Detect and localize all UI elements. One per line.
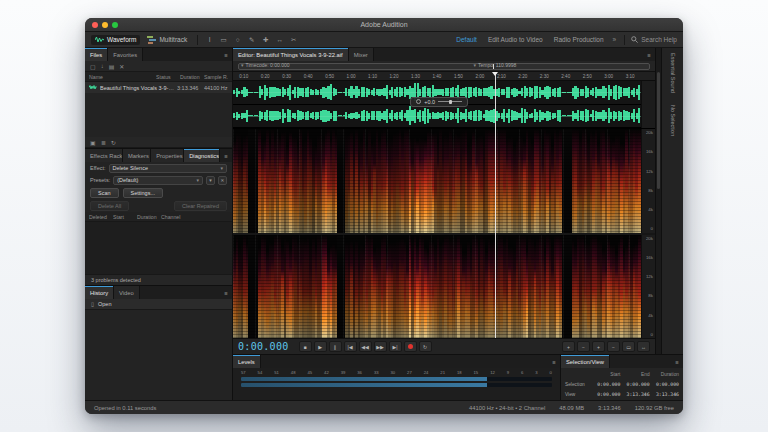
column-sample-rate[interactable]: Sample R... xyxy=(204,74,228,80)
paintbrush-selection-tool-icon[interactable]: ✎ xyxy=(246,34,257,45)
level-meter-left xyxy=(241,377,552,381)
column-start[interactable]: Start xyxy=(113,214,137,220)
insert-multitrack-icon[interactable]: ≣ xyxy=(101,139,106,146)
search-help-field[interactable]: Search Help xyxy=(631,36,677,43)
workspace-radio-production[interactable]: Radio Production xyxy=(550,36,608,43)
panel-menu-icon[interactable]: ≡ xyxy=(220,286,232,299)
save-preset-icon[interactable]: ▼ xyxy=(206,176,215,185)
tab-effects-rack[interactable]: Effects Rack xyxy=(85,149,123,162)
effect-select[interactable]: Delete Silence ▾ xyxy=(109,164,228,173)
panel-menu-icon[interactable]: ≡ xyxy=(220,48,232,61)
folder-icon[interactable]: ▤ xyxy=(109,63,115,70)
workspace-default[interactable]: Default xyxy=(452,36,481,43)
clear-repaired-button[interactable]: Clear Repaired xyxy=(174,201,227,211)
zoom-in-vertical-button[interactable]: + xyxy=(592,341,605,352)
lasso-selection-tool-icon[interactable]: ○ xyxy=(232,34,243,45)
marquee-selection-tool-icon[interactable]: ▭ xyxy=(218,34,229,45)
tab-fill xyxy=(374,48,643,61)
selection-end-value[interactable]: 0:00.000 xyxy=(620,382,649,387)
file-list-item[interactable]: Beautiful Things Vocals 3-9-22.aif 3:13.… xyxy=(85,82,232,93)
tab-favorites[interactable]: Favorites xyxy=(108,48,143,61)
selection-duration-value[interactable]: 0:00.000 xyxy=(650,382,679,387)
skip-to-start-button[interactable]: |◀ xyxy=(344,341,357,352)
loop-playback-button[interactable]: ↻ xyxy=(419,341,432,352)
delete-all-button[interactable]: Delete All xyxy=(90,201,129,211)
time-selection-tool-icon[interactable]: I xyxy=(204,34,215,45)
delete-preset-icon[interactable]: ✕ xyxy=(218,176,227,185)
minimize-button[interactable] xyxy=(102,22,108,28)
panel-menu-icon[interactable]: ≡ xyxy=(671,355,683,368)
record-button[interactable] xyxy=(404,341,417,352)
spectral-display[interactable]: 20k16k12k8k4k0 20k16k12k8k4k0 xyxy=(233,129,655,338)
spot-healing-brush-tool-icon[interactable]: ✚ xyxy=(260,34,271,45)
razor-tool-icon[interactable]: ✂ xyxy=(288,34,299,45)
tab-properties[interactable]: Properties xyxy=(151,149,184,162)
stop-button[interactable]: ■ xyxy=(299,341,312,352)
zoom-navigator[interactable]: ▾ Timecode: 0:00.000 ▾ Tempo: 110.9998 xyxy=(233,61,655,72)
pause-button[interactable]: ∥ xyxy=(329,341,342,352)
zoom-out-horizontal-button[interactable]: − xyxy=(577,341,590,352)
presets-select[interactable]: (Default) ▾ xyxy=(113,176,203,185)
play-button[interactable]: ▶ xyxy=(314,341,327,352)
import-file-icon[interactable]: ↓ xyxy=(101,63,104,69)
tab-video[interactable]: Video xyxy=(114,286,140,299)
view-start-value[interactable]: 0:00.000 xyxy=(591,392,620,397)
rewind-button[interactable]: ◀◀ xyxy=(359,341,372,352)
waveform-display[interactable]: +0.0 xyxy=(233,81,655,129)
tab-mixer[interactable]: Mixer xyxy=(349,48,374,61)
view-duration-value[interactable]: 3:13.346 xyxy=(650,392,679,397)
waveform-sample-bar xyxy=(564,115,566,116)
selection-start-value[interactable]: 0:00.000 xyxy=(591,382,620,387)
time-ruler[interactable]: 0:100:200:300:400:501:001:101:201:301:40… xyxy=(233,72,655,81)
tab-markers[interactable]: Markers xyxy=(123,149,151,162)
spectrogram-right-channel[interactable] xyxy=(233,235,641,339)
slip-tool-icon[interactable]: ↔ xyxy=(274,34,285,45)
tab-files[interactable]: Files xyxy=(85,48,108,61)
zoom-button[interactable] xyxy=(112,22,118,28)
waveform-right-channel[interactable] xyxy=(233,105,641,129)
column-deleted[interactable]: Deleted xyxy=(89,214,113,220)
zoom-in-horizontal-button[interactable]: + xyxy=(562,341,575,352)
panel-menu-icon[interactable]: ≡ xyxy=(220,149,232,162)
waveform-view-button[interactable]: Waveform xyxy=(91,35,140,45)
column-duration[interactable]: Duration xyxy=(180,74,204,80)
playhead-handle[interactable] xyxy=(492,72,498,76)
column-channel[interactable]: Channel xyxy=(161,214,185,220)
volume-hud[interactable]: +0.0 xyxy=(410,97,468,107)
essential-sound-panel-tab[interactable]: Essential Sound xyxy=(670,53,676,93)
workspace-edit-audio-to-video[interactable]: Edit Audio to Video xyxy=(484,36,547,43)
playhead[interactable] xyxy=(495,72,496,338)
zoom-to-selection-button[interactable]: ▭ xyxy=(622,341,635,352)
scrollbar-thumb[interactable] xyxy=(657,72,660,188)
settings-button[interactable]: Settings... xyxy=(123,188,163,198)
history-item-open[interactable]: ▯ Open xyxy=(85,299,232,310)
new-file-icon[interactable]: ▢ xyxy=(90,63,96,70)
tab-history[interactable]: History xyxy=(85,286,114,299)
tab-levels[interactable]: Levels xyxy=(233,355,261,368)
spectrogram-left-channel[interactable] xyxy=(233,129,641,233)
column-duration[interactable]: Duration xyxy=(137,214,161,220)
column-name[interactable]: Name xyxy=(89,74,156,80)
fast-forward-button[interactable]: ▶▶ xyxy=(374,341,387,352)
multitrack-view-button[interactable]: Multitrack xyxy=(143,35,191,45)
timeline-tick-label: 1:00 xyxy=(347,74,356,79)
tab-editor[interactable]: Editor: Beautiful Things Vocals 3-9-22.a… xyxy=(233,48,349,61)
workspace-overflow-icon[interactable]: » xyxy=(611,36,619,43)
view-end-value[interactable]: 3:13.346 xyxy=(620,392,649,397)
zoom-full-button[interactable]: ↔ xyxy=(637,341,650,352)
open-file-icon[interactable]: ▣ xyxy=(90,139,96,146)
navigator-range-bar[interactable] xyxy=(238,63,650,70)
scan-button[interactable]: Scan xyxy=(90,188,119,198)
column-status[interactable]: Status xyxy=(156,74,180,80)
delete-file-icon[interactable]: ✕ xyxy=(119,63,124,70)
loop-playback-icon[interactable]: ↻ xyxy=(111,139,116,146)
panel-menu-icon[interactable]: ≡ xyxy=(548,355,560,368)
tab-selection-view[interactable]: Selection/View xyxy=(561,355,610,368)
volume-hud-slider[interactable] xyxy=(438,101,462,102)
vertical-scrollbar[interactable] xyxy=(655,48,661,354)
close-button[interactable] xyxy=(92,22,98,28)
tab-diagnostics[interactable]: Diagnostics xyxy=(184,149,220,162)
skip-to-end-button[interactable]: ▶| xyxy=(389,341,402,352)
zoom-out-vertical-button[interactable]: − xyxy=(607,341,620,352)
panel-menu-icon[interactable]: ≡ xyxy=(643,48,655,61)
